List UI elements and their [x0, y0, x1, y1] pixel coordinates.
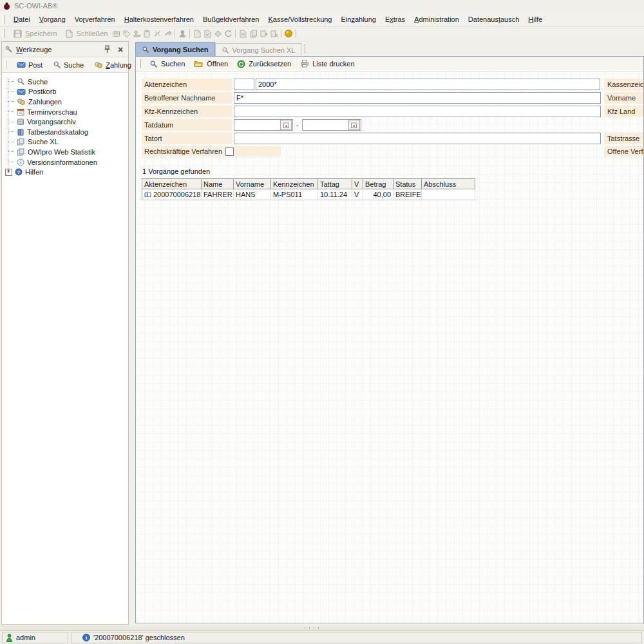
menu-administration[interactable]: Administration — [410, 14, 464, 25]
note-icon[interactable] — [111, 28, 121, 39]
tab-vorgang-suchen[interactable]: Vorgang Suchen — [135, 42, 215, 56]
column-header-abschluss[interactable]: Abschluss — [422, 179, 475, 189]
remove-user-icon[interactable] — [131, 28, 142, 39]
close-button[interactable]: Schließen — [61, 28, 111, 39]
refresh-icon[interactable] — [223, 28, 233, 39]
menu-datenaustausch[interactable]: Datenaustausch — [464, 14, 524, 25]
menubar-grip-handle[interactable] — [2, 15, 5, 24]
oeffnen-label: Öffnen — [207, 60, 228, 68]
menu-kasse-vollstreckung[interactable]: Kasse/Vollstreckung — [263, 14, 336, 25]
form-row-kfz: Kfz-Kennzeichen — [142, 106, 601, 117]
tree-item-tatbestandskatalog[interactable]: Tatbestandskatalog — [6, 127, 128, 137]
cell-aktenzeichen: 200070006218 — [142, 189, 202, 200]
tag-icon[interactable] — [121, 28, 131, 39]
form-row-tatdatum: Tatdatum - — [142, 119, 361, 131]
tree-item-versionsinformationen[interactable]: i Versionsinformationen — [6, 157, 128, 167]
suchen-button[interactable]: Suchen — [145, 57, 189, 70]
doc-copy-icon[interactable] — [248, 28, 258, 39]
tab-vorgang-suchen-xl[interactable]: Vorgang Suchen XL — [215, 43, 302, 56]
calendar-icon[interactable] — [280, 120, 292, 130]
paste-icon[interactable] — [142, 28, 152, 39]
sidebar-tab-zahlung[interactable]: Zahlung — [90, 59, 135, 71]
tree-item-zahlungen[interactable]: Zahlungen — [6, 97, 128, 107]
tatdatum-bis-field — [302, 119, 361, 131]
sidebar-tabs-grip-handle[interactable] — [5, 61, 6, 70]
tatort-input[interactable] — [234, 133, 601, 144]
zuruecksetzen-button[interactable]: Zurücksetzen — [232, 57, 296, 70]
tree-item-suche-xl[interactable]: Suche XL — [6, 137, 128, 147]
tree-item-hilfen[interactable]: + ? Hilfen — [6, 167, 128, 177]
column-header-betrag[interactable]: Betrag — [363, 179, 393, 189]
sidebar-tab-post[interactable]: Post — [13, 59, 46, 71]
tree-item-vorgangsarchiv[interactable]: Vorgangsarchiv — [6, 117, 128, 127]
menu-extras[interactable]: Extras — [381, 14, 410, 25]
tatdatum-von-input[interactable] — [234, 120, 280, 129]
zuruecksetzen-label: Zurücksetzen — [249, 60, 291, 68]
tree-item-label: Suche XL — [28, 138, 59, 146]
rechtskraeftig-checkbox[interactable] — [225, 147, 234, 156]
column-header-kennzeichen[interactable]: Kennzeichen — [271, 179, 318, 189]
status-user: admin — [16, 634, 35, 641]
actionbar-grip-handle[interactable] — [138, 59, 141, 68]
toolbar-grip-handle[interactable] — [2, 29, 5, 38]
expand-icon[interactable]: + — [5, 169, 12, 176]
menu-datei[interactable]: Datei — [9, 14, 35, 25]
table-header-row: Aktenzeichen Name Vorname Kennzeichen Ta… — [142, 179, 475, 189]
tree-item-postkorb[interactable]: Postkorb — [6, 87, 128, 97]
column-header-status[interactable]: Status — [393, 179, 422, 189]
kfz-kennzeichen-input[interactable] — [234, 106, 601, 117]
sidebar-title: Werkzeuge — [16, 46, 99, 53]
aktenzeichen-input[interactable] — [256, 79, 600, 90]
menu-halterkostenverfahren[interactable]: Halterkostenverfahren — [120, 14, 198, 25]
mail-icon — [17, 61, 26, 68]
reset-icon — [237, 60, 245, 68]
doc-check-icon[interactable] — [202, 28, 213, 39]
tabstrip-divider — [305, 44, 305, 53]
werkzeuge-icon — [5, 45, 13, 53]
column-header-v[interactable]: V — [352, 179, 363, 189]
aktenzeichen-prefix-input[interactable] — [234, 79, 254, 90]
oeffnen-button[interactable]: Öffnen — [189, 57, 232, 70]
liste-drucken-button[interactable]: Liste drucken — [296, 57, 359, 70]
doc-new-icon[interactable] — [192, 28, 202, 39]
svg-text:i: i — [20, 160, 21, 166]
doc-open-icon[interactable] — [238, 28, 248, 39]
doc-delete-icon[interactable] — [269, 28, 279, 39]
tatdatum-von-field — [234, 119, 293, 131]
menu-vorverfahren[interactable]: Vorverfahren — [70, 14, 120, 25]
table-row[interactable]: 200070006218 FAHRER HANS M-PS011 10.11.2… — [142, 189, 475, 200]
pin-icon[interactable] — [102, 44, 112, 55]
cell-vorname: HANS — [234, 189, 271, 200]
main-area: Vorgang Suchen Vorgang Suchen XL Suchen … — [135, 41, 644, 623]
sidebar-tab-suche[interactable]: Suche — [49, 59, 88, 71]
forward-arrow-icon[interactable] — [162, 28, 173, 39]
bottom-splitter[interactable] — [0, 625, 644, 631]
tree-item-owipro-web-statistik[interactable]: OWIpro Web Statistik — [6, 147, 128, 157]
doc-export-icon[interactable] — [258, 28, 269, 39]
column-header-tattag[interactable]: Tattag — [318, 179, 352, 189]
menu-bussgeldverfahren[interactable]: Bußgeldverfahren — [198, 14, 263, 25]
tatdatum-bis-input[interactable] — [303, 120, 348, 129]
vorname-label: Vorname — [604, 92, 644, 104]
column-header-aktenzeichen[interactable]: Aktenzeichen — [142, 179, 202, 189]
column-header-vorname[interactable]: Vorname — [234, 179, 271, 189]
case-icon — [144, 191, 151, 198]
pages-icon — [17, 148, 25, 156]
status-bar: admin i '200070006218' geschlossen — [0, 631, 644, 644]
user-icon[interactable] — [177, 28, 187, 39]
tree-item-terminvorschau[interactable]: Terminvorschau — [6, 107, 128, 117]
tools-icon[interactable] — [152, 28, 162, 39]
menu-vorgang[interactable]: Vorgang — [35, 14, 70, 25]
help-sphere-icon[interactable] — [283, 28, 294, 39]
column-header-name[interactable]: Name — [202, 179, 234, 189]
calendar-icon[interactable] — [348, 120, 360, 130]
menu-einzahlung[interactable]: Einzahlung — [336, 14, 380, 25]
diamond-icon[interactable] — [213, 28, 223, 39]
tree-item-suche[interactable]: Suche — [6, 77, 128, 87]
close-icon[interactable]: × — [115, 44, 126, 55]
nachname-input[interactable] — [234, 92, 601, 104]
date-range-separator: - — [293, 119, 302, 131]
save-button[interactable]: Speichern — [9, 28, 61, 39]
menu-hilfe[interactable]: Hilfe — [524, 14, 547, 25]
document-tab-strip: Vorgang Suchen Vorgang Suchen XL — [135, 41, 644, 56]
